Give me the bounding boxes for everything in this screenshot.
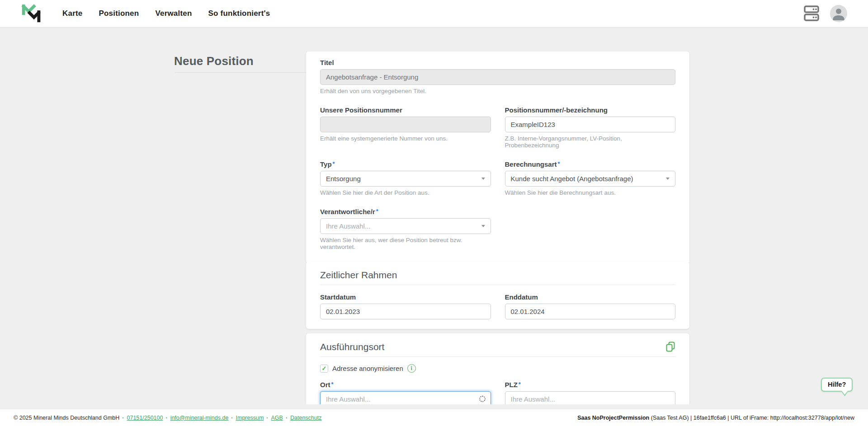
verantwortliche-required-asterisk: * [376, 208, 378, 215]
berechnungsart-helper: Wählen Sie hier die Berechnungsart aus. [505, 189, 676, 196]
plz-group: PLZ* [505, 381, 676, 404]
berechnungsart-label-text: Berechnungsart [505, 160, 557, 168]
berechnungsart-group: Berechnungsart* Kunde sucht Angebot (Ang… [505, 160, 676, 196]
footer: © 2025 Mineral Minds Deutschland GmbH · … [0, 409, 868, 426]
header-actions [804, 5, 847, 22]
footer-separator: · [122, 415, 124, 421]
footer-link-phone[interactable]: 07151/250100 [127, 415, 163, 421]
verantwortliche-label: Verantwortliche/r* [320, 208, 491, 215]
ort-input[interactable] [320, 391, 491, 404]
enddatum-input[interactable] [505, 304, 676, 319]
info-icon[interactable]: i [407, 364, 416, 373]
titel-group: Titel Erhält den von uns vorgegebenen Ti… [320, 59, 675, 94]
zeitlicher-rahmen-heading-row: Zeitlicher Rahmen [320, 269, 675, 281]
verantwortliche-select[interactable]: Ihre Auswahl... [320, 218, 491, 234]
verantwortliche-label-text: Verantwortliche/r [320, 208, 375, 215]
datum-row: Startdatum Enddatum [320, 293, 675, 319]
typ-label: Typ* [320, 160, 491, 168]
ausfuehrungsort-card: Ausführungsort ✓ Adresse anonymisieren i… [306, 333, 689, 404]
chevron-down-icon [481, 178, 485, 180]
verantwortliche-placeholder: Ihre Auswahl... [326, 222, 370, 230]
position-basisdaten-card: Titel Erhält den von uns vorgegebenen Ti… [306, 51, 689, 264]
zeitlicher-rahmen-heading: Zeitlicher Rahmen [320, 270, 397, 281]
typ-required-asterisk: * [333, 160, 335, 167]
footer-left: © 2025 Mineral Minds Deutschland GmbH · … [14, 415, 322, 421]
enddatum-label: Enddatum [505, 293, 676, 301]
titel-label: Titel [320, 59, 675, 66]
startdatum-group: Startdatum [320, 293, 491, 319]
footer-separator: · [165, 415, 167, 421]
positionsnummer-label: Positionsnummer/-bezeichnung [505, 106, 676, 114]
positionsnummer-helper: Z.B. Interne-Vorgangsnummer, LV-Position… [505, 135, 676, 149]
help-button-label: Hilfe? [828, 381, 846, 388]
help-button[interactable]: Hilfe? [821, 378, 853, 392]
copyright-text: © 2025 Mineral Minds Deutschland GmbH [14, 415, 119, 421]
footer-link-email[interactable]: info@mineral-minds.de [170, 415, 229, 421]
titel-input [320, 69, 675, 85]
nav-item-so-funktionierts[interactable]: So funktioniert's [208, 9, 270, 18]
unsere-positionsnummer-label: Unsere Positionsnummer [320, 106, 491, 114]
main-nav: Karte Positionen Verwalten So funktionie… [62, 9, 270, 18]
positionsnummer-input[interactable] [505, 117, 676, 132]
zeitlicher-rahmen-card: Zeitlicher Rahmen Startdatum Enddatum [306, 262, 689, 329]
person-icon [830, 5, 847, 22]
section-divider [320, 285, 675, 285]
section-divider [320, 356, 675, 357]
typ-label-text: Typ [320, 160, 332, 168]
typ-group: Typ* Entsorgung Wählen Sie hier die Art … [320, 160, 491, 196]
unsere-positionsnummer-input [320, 117, 491, 132]
mineral-minds-logo[interactable] [20, 2, 42, 25]
footer-link-impressum[interactable]: Impressum [236, 415, 264, 421]
spacer [320, 196, 675, 208]
unsere-positionsnummer-helper: Erhält eine systemgenerierte Nummer von … [320, 135, 491, 142]
nav-item-verwalten[interactable]: Verwalten [155, 9, 192, 18]
chevron-down-icon [481, 225, 485, 227]
nav-item-karte[interactable]: Karte [62, 9, 82, 18]
nummern-row: Unsere Positionsnummer Erhält eine syste… [320, 106, 675, 149]
top-navigation-bar: Karte Positionen Verwalten So funktionie… [0, 0, 868, 27]
chevron-down-icon [666, 178, 670, 180]
server-icon[interactable] [804, 5, 819, 22]
user-avatar[interactable] [830, 5, 847, 22]
typ-helper: Wählen Sie hier die Art der Position aus… [320, 189, 491, 196]
ausfuehrungsort-heading: Ausführungsort [320, 342, 384, 352]
page-title: Neue Position [174, 54, 254, 68]
logo-icon [21, 3, 42, 24]
ort-required-asterisk: * [331, 381, 334, 388]
ort-label: Ort* [320, 381, 491, 389]
startdatum-label: Startdatum [320, 293, 491, 301]
startdatum-input[interactable] [320, 304, 491, 319]
footer-right: Saas NoProjectPermission (Saas Test AG) … [577, 415, 854, 421]
berechnungsart-required-asterisk: * [558, 160, 560, 167]
ausfuehrungsort-heading-row: Ausführungsort [320, 341, 675, 352]
berechnungsart-select[interactable]: Kunde sucht Angebot (Angebotsanfrage) [505, 171, 676, 187]
content-area: Neue Position Titel Erhält den von uns v… [0, 27, 868, 404]
ort-group: Ort* [320, 381, 491, 404]
footer-link-agb[interactable]: AGB [271, 415, 283, 421]
spacer [320, 149, 675, 160]
typ-select[interactable]: Entsorgung [320, 171, 491, 187]
verantwortliche-group: Verantwortliche/r* Ihre Auswahl... Wähle… [320, 208, 491, 250]
ort-plz-row: Ort* PLZ* [320, 381, 675, 404]
loading-spinner-icon [479, 396, 486, 402]
enddatum-group: Enddatum [505, 293, 676, 319]
plz-input[interactable] [505, 391, 676, 404]
footer-separator: · [286, 415, 288, 421]
berechnungsart-label: Berechnungsart* [505, 160, 676, 168]
adresse-anonymisieren-checkbox[interactable]: ✓ [320, 365, 328, 373]
nav-item-positionen[interactable]: Positionen [99, 9, 139, 18]
verantwortliche-helper: Wählen Sie hier aus, wer diese Position … [320, 237, 491, 250]
adresse-anonymisieren-label: Adresse anonymisieren [332, 365, 403, 372]
saas-permission-text: Saas NoProjectPermission [577, 415, 649, 421]
typ-berechnungsart-row: Typ* Entsorgung Wählen Sie hier die Art … [320, 160, 675, 196]
copy-icon[interactable] [665, 342, 675, 352]
footer-link-datenschutz[interactable]: Datenschutz [290, 415, 321, 421]
typ-selected-value: Entsorgung [326, 175, 361, 183]
plz-required-asterisk: * [519, 381, 521, 388]
berechnungsart-selected-value: Kunde sucht Angebot (Angebotsanfrage) [511, 175, 633, 183]
plz-label: PLZ* [505, 381, 676, 389]
unsere-positionsnummer-group: Unsere Positionsnummer Erhält eine syste… [320, 106, 491, 149]
plz-label-text: PLZ [505, 381, 518, 389]
ort-label-text: Ort [320, 381, 330, 389]
footer-separator: · [231, 415, 233, 421]
